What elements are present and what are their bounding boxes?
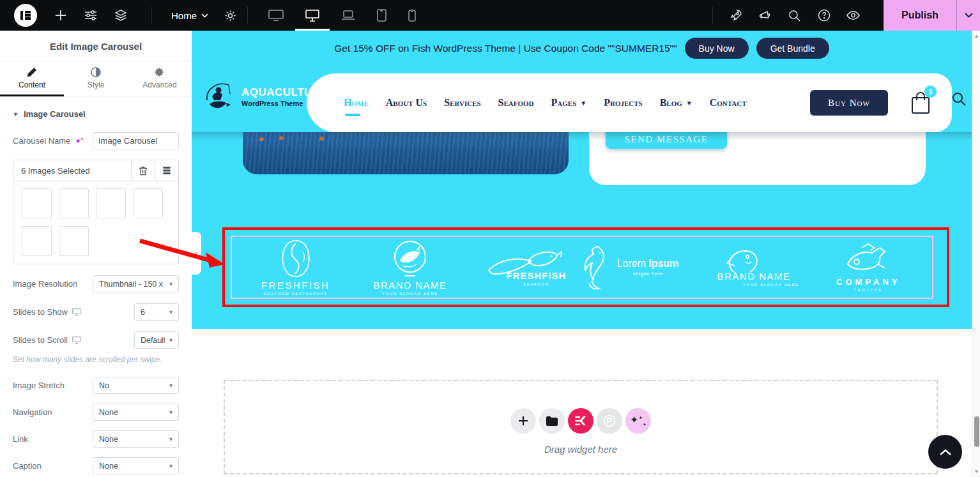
gallery-stack-icon[interactable] — [155, 160, 178, 181]
document-switcher[interactable]: Home — [171, 10, 208, 21]
chevron-down-icon: ▼ — [686, 100, 693, 107]
image-resolution-label: Image Resolution — [13, 279, 77, 289]
page-settings-icon[interactable] — [224, 9, 237, 22]
image-stretch-select[interactable]: No ▼ — [93, 377, 179, 394]
slides-to-scroll-description: Set how many slides are scrolled per swi… — [0, 355, 192, 364]
line-fish-icon — [843, 243, 894, 276]
gallery-thumb[interactable] — [96, 188, 126, 218]
device-desktop-icon — [72, 337, 81, 344]
chevron-left-icon: ‹ — [195, 249, 198, 258]
promo-text: Get 15% OFF on Fish WordPress Theme | Us… — [334, 43, 677, 54]
sticky-header-shadow — [192, 132, 972, 140]
gallery-count-label: 6 Images Selected — [13, 160, 131, 181]
header-search-icon[interactable] — [951, 91, 967, 109]
scrollbar-down-arrow[interactable]: ▼ — [972, 469, 980, 474]
menu-item-contact[interactable]: Contact — [710, 97, 747, 109]
add-template-button[interactable] — [539, 408, 565, 434]
carousel-name-input[interactable] — [93, 132, 179, 149]
slides-to-show-label: Slides to Show — [13, 307, 81, 317]
caption-select[interactable]: None ▼ — [93, 457, 179, 474]
panel-collapse-handle[interactable]: ‹ — [192, 232, 201, 275]
slides-to-scroll-select[interactable]: Default ▼ — [134, 331, 179, 349]
jumping-fish-circle-icon — [391, 239, 429, 278]
navigation-select[interactable]: None ▼ — [93, 404, 179, 421]
drop-hint-text: Drag widget here — [225, 444, 937, 455]
menu-item-home[interactable]: Home — [344, 97, 369, 109]
elementskit-button[interactable] — [568, 408, 593, 434]
image-carousel-widget[interactable]: FRESHFISH SEAFOOD RESTAURANT BRAND NAME … — [231, 236, 933, 299]
site-settings-icon[interactable] — [84, 9, 97, 22]
preview-scrollbar[interactable]: ▲ ▼ — [972, 31, 980, 477]
link-select[interactable]: None ▼ — [93, 430, 179, 448]
carousel-logo-company[interactable]: COMPANY TAGLINE — [811, 243, 925, 292]
image-resolution-select[interactable]: Thumbnail - 150 x 15 ▼ — [93, 275, 179, 292]
menu-item-services[interactable]: Services — [444, 97, 480, 109]
slides-to-show-select[interactable]: 6 ▼ — [134, 303, 179, 321]
gallery-thumb[interactable] — [22, 188, 52, 218]
checklist-rocket-icon[interactable] — [729, 9, 742, 22]
whats-new-megaphone-icon[interactable] — [758, 9, 772, 22]
gallery-control: 6 Images Selected — [13, 160, 179, 264]
promo-buy-now-button[interactable]: Buy Now — [685, 38, 749, 59]
tab-content[interactable]: Content — [0, 61, 64, 96]
highlight-rectangle: FRESHFISH SEAFOOD RESTAURANT BRAND NAME … — [222, 227, 949, 307]
add-element-icon[interactable] — [54, 9, 67, 22]
device-tablet-icon[interactable] — [377, 0, 387, 31]
carousel-logo-freshfish-oval[interactable]: FRESHFISH SEAFOOD RESTAURANT — [239, 239, 353, 296]
cart-button[interactable]: 5 — [911, 91, 930, 114]
device-widescreen-icon[interactable] — [268, 0, 284, 31]
header-buy-now-button[interactable]: Buy Now — [810, 90, 888, 116]
carousel-logo-brand-circle[interactable]: BRAND NAME YOUR SLOGAN HERE — [353, 239, 467, 296]
editor-panel: Edit Image Carousel Content Style Advanc… — [0, 31, 192, 477]
panel-title: Edit Image Carousel — [0, 31, 192, 61]
chevron-down-icon: ▼ — [168, 281, 174, 287]
templately-button[interactable] — [597, 408, 622, 434]
gallery-thumb[interactable] — [22, 226, 52, 256]
collapse-caret-icon: ▼ — [13, 111, 19, 117]
tab-advanced[interactable]: Advanced — [128, 61, 192, 96]
elementskit-icon — [575, 416, 586, 425]
scrollbar-thumb[interactable] — [974, 416, 979, 447]
finder-search-icon[interactable] — [788, 9, 801, 22]
drop-widget-area[interactable]: ✦✦✦ Drag widget here — [224, 380, 938, 474]
add-widget-button[interactable] — [510, 408, 536, 434]
menu-item-projects[interactable]: Projects — [604, 97, 643, 109]
gallery-grid[interactable] — [13, 181, 178, 264]
promo-get-bundle-button[interactable]: Get Bundle — [756, 38, 829, 59]
carousel-logo-freshfish-swoosh[interactable]: FRESHFISH SEAFOOD — [468, 248, 581, 286]
device-desktop-icon[interactable] — [305, 0, 319, 31]
chevron-down-icon: ▼ — [168, 463, 174, 469]
publish-button[interactable]: Publish — [884, 0, 956, 31]
chevron-down-icon: ▼ — [168, 409, 174, 416]
help-icon[interactable] — [817, 9, 831, 22]
device-mobile-icon[interactable] — [408, 0, 416, 31]
carousel-logo-brand-fish[interactable]: BRAND NAME YOUR SLOGAN HERE — [697, 248, 811, 287]
ai-sparkle-icon[interactable]: ✦✦ — [75, 137, 82, 146]
section-image-carousel[interactable]: ▼ Image Carousel — [0, 96, 192, 121]
chevron-down-icon: ▼ — [168, 436, 174, 443]
preview-eye-icon[interactable] — [846, 9, 860, 22]
clear-gallery-button[interactable] — [131, 160, 155, 181]
menu-item-seafood[interactable]: Seafood — [498, 97, 534, 109]
slides-to-scroll-label: Slides to Scroll — [13, 335, 81, 345]
tab-style[interactable]: Style — [64, 61, 128, 96]
menu-item-pages[interactable]: Pages▼ — [551, 97, 587, 109]
ai-builder-button[interactable]: ✦✦✦ — [625, 408, 651, 434]
menu-item-blog[interactable]: Blog▼ — [660, 97, 693, 109]
device-laptop-icon[interactable] — [341, 0, 355, 31]
gallery-thumb[interactable] — [59, 226, 89, 256]
elementor-logo-icon[interactable] — [14, 4, 37, 27]
templately-icon — [602, 414, 616, 428]
gallery-thumb[interactable] — [133, 188, 163, 218]
link-label: Link — [13, 434, 28, 444]
fish-oval-logo-icon — [277, 239, 314, 278]
cart-count-badge: 5 — [924, 86, 937, 98]
structure-icon[interactable] — [114, 9, 127, 22]
scroll-to-top-button[interactable] — [928, 435, 962, 469]
menu-item-about-us[interactable]: About Us — [386, 97, 427, 109]
carousel-logo-lorem-ipsum[interactable]: Lorem Ipsum slogan here — [583, 244, 696, 291]
publish-options-button[interactable] — [956, 0, 980, 31]
scrollbar-up-arrow[interactable]: ▲ — [972, 33, 980, 39]
gallery-thumb[interactable] — [59, 188, 89, 218]
topbar: Home — [0, 0, 980, 31]
